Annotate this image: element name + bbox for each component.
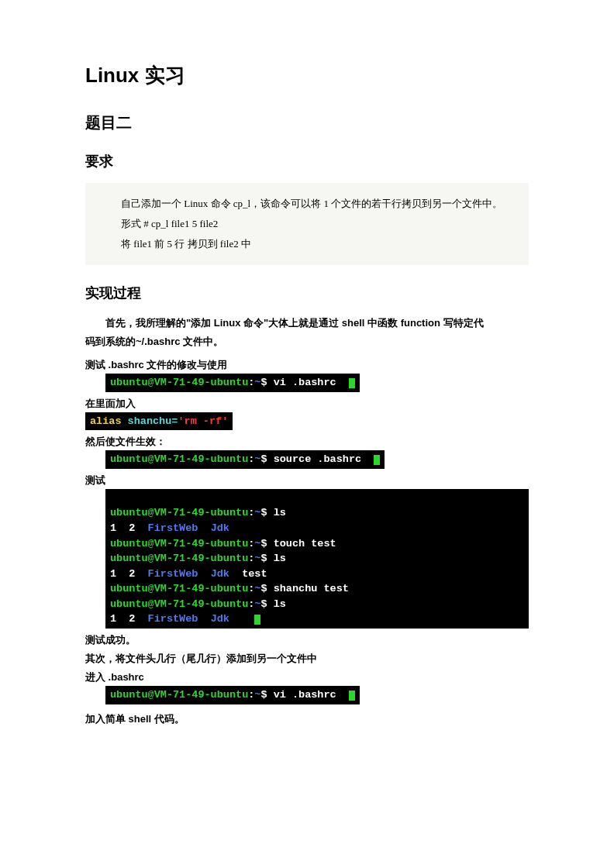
req-line-1: 自己添加一个 Linux 命令 cp_l，该命令可以将 1 个文件的若干行拷贝到…	[101, 194, 516, 214]
label-success: 测试成功。	[85, 633, 529, 647]
heading-requirements: 要求	[85, 152, 529, 170]
impl-intro-1: 首先，我所理解的"添加 Linux 命令"大体上就是通过 shell 中函数 f…	[85, 315, 529, 332]
terminal-source: ubuntu@VM-71-49-ubuntu:~$ source .bashrc	[105, 450, 529, 469]
page-title: Linux 实习	[85, 62, 529, 89]
label-next-step: 其次，将文件头几行（尾几行）添加到另一个文件中	[85, 652, 529, 666]
heading-implementation: 实现过程	[85, 284, 529, 302]
impl-intro-2: 码到系统的~/.bashrc 文件中。	[85, 333, 529, 350]
section-problem: 题目二	[85, 112, 529, 133]
label-add-in: 在里面加入	[85, 397, 529, 411]
req-line-2: 形式 # cp_l file1 5 file2	[101, 214, 516, 234]
label-make-effective: 然后使文件生效：	[85, 435, 529, 449]
terminal-vi-bashrc-2: ubuntu@VM-71-49-ubuntu:~$ vi .bashrc	[105, 686, 529, 704]
label-enter-bashrc: 进入 .bashrc	[85, 670, 529, 684]
terminal-test-block: ubuntu@VM-71-49-ubuntu:~$ ls 1 2 FirstWe…	[105, 489, 529, 629]
label-test-bashrc: 测试 .bashrc 文件的修改与使用	[85, 358, 529, 372]
requirement-box: 自己添加一个 Linux 命令 cp_l，该命令可以将 1 个文件的若干行拷贝到…	[85, 183, 529, 265]
req-line-3: 将 file1 前 5 行 拷贝到 file2 中	[101, 234, 516, 254]
label-add-shell: 加入简单 shell 代码。	[85, 712, 529, 726]
terminal-alias: alias shanchu='rm -rf'	[85, 412, 529, 431]
label-test: 测试	[85, 474, 529, 487]
terminal-vi-bashrc: ubuntu@VM-71-49-ubuntu:~$ vi .bashrc	[105, 374, 529, 392]
